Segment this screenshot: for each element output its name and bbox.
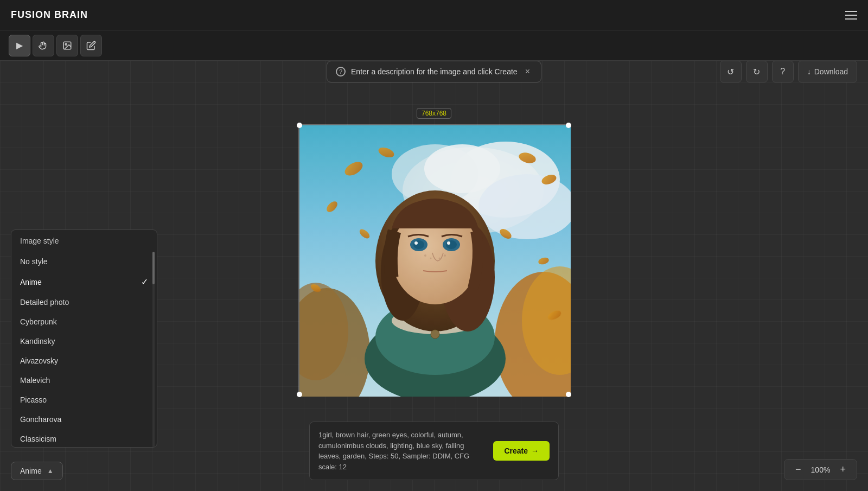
generated-image: [299, 125, 571, 397]
svg-point-1: [65, 43, 67, 45]
handle-top-left[interactable]: [297, 123, 302, 128]
zoom-controls: − 100% +: [784, 459, 857, 480]
pan-tool-button[interactable]: [33, 35, 54, 56]
checkmark-icon: ✓: [141, 277, 148, 287]
style-panel-header: Image style: [11, 230, 157, 252]
notification-close-button[interactable]: ×: [523, 67, 532, 76]
create-arrow: →: [531, 447, 539, 455]
image-tool-button[interactable]: [56, 35, 78, 56]
edit-tool-button[interactable]: [80, 35, 102, 56]
redo-button[interactable]: ↻: [746, 61, 768, 82]
prompt-text: 1girl, brown hair, green eyes, colorful,…: [318, 430, 487, 472]
notification-help-icon: ?: [336, 67, 346, 76]
scrollbar-track[interactable]: [152, 252, 155, 447]
right-toolbar: ↺ ↻ ? ↓ Download: [720, 61, 857, 82]
current-style-label: Anime: [20, 467, 42, 475]
style-item-cyberpunk[interactable]: Cyberpunk: [11, 312, 157, 331]
style-panel: Image style No styleAnime✓Detailed photo…: [11, 229, 157, 448]
chevron-up-icon: ▲: [47, 467, 54, 475]
style-item-anime[interactable]: Anime✓: [11, 271, 157, 292]
undo-button[interactable]: ↺: [720, 61, 742, 82]
bottom-prompt-container: 1girl, brown hair, green eyes, colorful,…: [309, 422, 559, 480]
style-item-label: No style: [20, 257, 48, 266]
handle-bottom-right[interactable]: [566, 392, 571, 397]
main-canvas: 768x768: [0, 61, 868, 491]
handle-top-right[interactable]: [566, 123, 571, 128]
header: FUSION BRAIN: [0, 0, 868, 30]
style-item-goncharova[interactable]: Goncharova: [11, 410, 157, 429]
style-item-label: Anime: [20, 278, 42, 286]
download-icon: ↓: [807, 67, 811, 76]
image-frame[interactable]: [298, 124, 570, 396]
style-item-label: Cyberpunk: [20, 317, 57, 326]
help-button[interactable]: ?: [772, 61, 794, 82]
handle-bottom-left[interactable]: [297, 392, 302, 397]
image-container: 768x768: [298, 124, 570, 396]
svg-rect-43: [299, 125, 571, 397]
style-item-picasso[interactable]: Picasso: [11, 390, 157, 410]
style-item-no-style[interactable]: No style: [11, 252, 157, 271]
style-item-classicism[interactable]: Classicism: [11, 429, 157, 447]
style-item-malevich[interactable]: Malevich: [11, 371, 157, 390]
menu-icon[interactable]: [845, 11, 857, 20]
style-item-label: Detailed photo: [20, 298, 69, 307]
style-list: No styleAnime✓Detailed photoCyberpunkKan…: [11, 252, 157, 447]
style-item-label: Picasso: [20, 396, 47, 404]
style-item-label: Goncharova: [20, 415, 61, 424]
scrollbar-thumb[interactable]: [152, 252, 155, 284]
create-button[interactable]: Create →: [493, 441, 550, 461]
style-item-kandinsky[interactable]: Kandinsky: [11, 331, 157, 351]
zoom-out-button[interactable]: −: [793, 464, 803, 475]
zoom-in-button[interactable]: +: [838, 464, 848, 475]
style-item-label: Kandinsky: [20, 337, 55, 346]
app-logo: FUSION BRAIN: [11, 9, 88, 21]
zoom-value: 100%: [809, 466, 831, 474]
style-item-label: Malevich: [20, 376, 50, 385]
style-item-label: Classicism: [20, 435, 56, 443]
style-item-detailed-photo[interactable]: Detailed photo: [11, 292, 157, 312]
create-label: Create: [504, 447, 528, 455]
notification-text: Enter a description for the image and cl…: [351, 67, 518, 76]
image-size-label: 768x768: [417, 108, 451, 119]
download-button[interactable]: ↓ Download: [798, 61, 857, 82]
select-tool-button[interactable]: ▶: [9, 35, 30, 56]
style-item-label: Aivazovsky: [20, 356, 58, 365]
bottom-style-selector[interactable]: Anime ▲: [11, 462, 63, 480]
main-toolbar: ▶: [0, 30, 868, 61]
style-item-aivazovsky[interactable]: Aivazovsky: [11, 351, 157, 371]
notification-bar: ? Enter a description for the image and …: [327, 61, 541, 82]
download-label: Download: [814, 67, 848, 76]
